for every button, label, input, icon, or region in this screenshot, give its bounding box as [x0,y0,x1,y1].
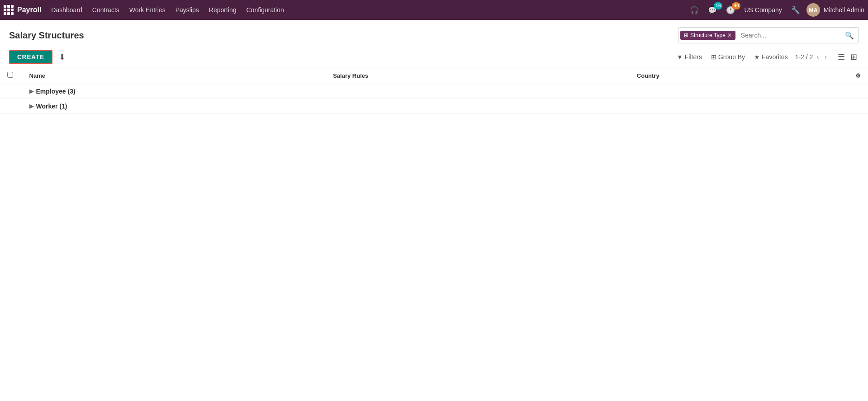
topnav-right: 🎧 💬 16 🕐 40 US Company 🔧 MA Mitchell Adm… [687,3,864,17]
support-icon-btn[interactable]: 🎧 [687,4,702,16]
group-row-worker: ▶ Worker (1) [0,99,868,114]
apps-grid-icon[interactable] [4,5,14,15]
column-settings-icon[interactable]: ⚙ [855,72,861,79]
group-arrow-worker: ▶ [29,103,33,109]
group-label-worker[interactable]: ▶ Worker (1) [22,99,868,114]
nav-contracts[interactable]: Contracts [88,4,124,16]
magnifier-icon: 🔍 [845,32,854,39]
search-tag-close[interactable]: ✕ [727,33,732,38]
search-submit-btn[interactable]: 🔍 [840,31,859,40]
company-name[interactable]: US Company [741,6,784,14]
messages-badge: 16 [714,2,722,9]
view-toggle: ☰ ⊞ [836,51,859,63]
settings-icon-btn[interactable]: 🔧 [788,4,803,16]
col-header-salary-rules[interactable]: Salary Rules [326,67,630,84]
app-brand[interactable]: Payroll [4,5,41,15]
next-page-btn[interactable]: › [823,52,829,62]
nav-reporting[interactable]: Reporting [204,4,241,16]
list-view-btn[interactable]: ☰ [836,51,847,63]
main-content: Salary Structures ⊞ Structure Type ✕ 🔍 C… [0,20,868,401]
select-all-col [0,67,22,84]
filters-btn[interactable]: ▼ Filters [673,52,706,62]
salary-structures-table: Name Salary Rules Country ⚙ ▶ [0,67,868,114]
select-all-checkbox[interactable] [7,72,13,78]
pagination: 1-2 / 2 ‹ › [795,52,829,62]
group-toggle-employee[interactable]: ▶ Employee (3) [29,88,861,95]
search-bar: ⊞ Structure Type ✕ 🔍 [678,27,859,43]
nav-configuration[interactable]: Configuration [242,4,289,16]
activity-btn[interactable]: 🕐 40 [723,4,738,16]
nav-work-entries[interactable]: Work Entries [125,4,170,16]
groupby-label: Group By [718,53,745,61]
search-tag-structure-type[interactable]: ⊞ Structure Type ✕ [680,31,735,40]
col-header-country[interactable]: Country [630,67,847,84]
download-button[interactable]: ⬇ [56,50,68,64]
download-icon: ⬇ [59,52,66,61]
star-icon: ★ [754,53,760,61]
group-toggle-worker[interactable]: ▶ Worker (1) [29,103,861,110]
app-name: Payroll [17,6,41,14]
wrench-icon: 🔧 [791,6,800,14]
groupby-btn[interactable]: ⊞ Group By [707,52,749,62]
activity-badge: 40 [732,2,740,9]
grid-view-btn[interactable]: ⊞ [849,51,859,63]
filters-label: Filters [685,53,702,61]
filter-icon: ▼ [677,53,683,61]
user-name: Mitchell Admin [824,6,864,14]
layers-icon: ⊞ [684,32,688,38]
favorites-btn[interactable]: ★ Favorites [750,52,792,62]
group-checkbox-col [0,84,22,99]
nav-dashboard[interactable]: Dashboard [47,4,87,16]
group-arrow-employee: ▶ [29,88,33,94]
table-header-row: Name Salary Rules Country ⚙ [0,67,868,84]
toolbar: CREATE ⬇ ▼ Filters ⊞ Group By ★ Favorite… [0,47,868,67]
headset-icon: 🎧 [690,6,699,14]
messages-btn[interactable]: 💬 16 [705,4,720,16]
pagination-text: 1-2 / 2 [795,53,813,61]
group-checkbox-col-2 [0,99,22,114]
group-name-employee: Employee (3) [36,88,76,95]
create-button[interactable]: CREATE [9,50,52,64]
group-name-worker: Worker (1) [36,103,67,110]
group-row-employee: ▶ Employee (3) [0,84,868,99]
col-header-actions[interactable]: ⚙ [847,67,868,84]
favorites-label: Favorites [762,53,788,61]
avatar-initials: MA [809,7,818,14]
filter-group: ▼ Filters ⊞ Group By ★ Favorites [673,52,792,62]
search-input[interactable] [737,32,840,39]
groupby-icon: ⊞ [711,53,716,61]
col-header-name[interactable]: Name [22,67,326,84]
prev-page-btn[interactable]: ‹ [815,52,821,62]
nav-payslips[interactable]: Payslips [171,4,204,16]
page-header: Salary Structures ⊞ Structure Type ✕ 🔍 [0,20,868,47]
group-label-employee[interactable]: ▶ Employee (3) [22,84,868,99]
topnav: Payroll Dashboard Contracts Work Entries… [0,0,868,20]
page-title: Salary Structures [9,30,84,41]
search-tag-label: Structure Type [690,32,726,38]
avatar[interactable]: MA [806,3,820,17]
topnav-menu: Dashboard Contracts Work Entries Payslip… [47,4,685,16]
